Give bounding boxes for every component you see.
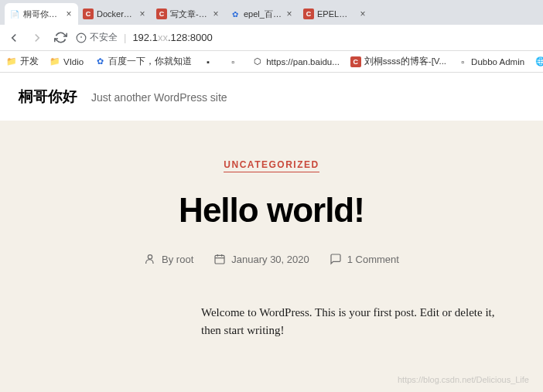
favicon-csdn: C — [156, 9, 167, 19]
bookmark-label: 百度一下，你就知道 — [108, 56, 192, 67]
url-text: 192.1xx.128:8000 — [132, 32, 212, 43]
url-separator: | — [124, 32, 126, 43]
calendar-icon — [213, 253, 226, 265]
meta-author[interactable]: By root — [144, 253, 193, 265]
favicon-csdn: C — [83, 9, 94, 19]
svg-rect-4 — [215, 255, 224, 264]
close-icon[interactable]: × — [358, 9, 367, 19]
bookmark-link[interactable]: ▫ Dubbo Admin — [457, 56, 524, 67]
csdn-icon: C — [350, 56, 361, 67]
bookmark-label: 开发 — [20, 56, 39, 67]
site-description: Just another WordPress site — [91, 91, 227, 104]
site-header: 桐哥你好 Just another WordPress site — [0, 73, 543, 121]
bookmark-folder[interactable]: 📁 开发 — [6, 56, 39, 67]
address-bar: 不安全 | 192.1xx.128:8000 — [0, 25, 543, 51]
tab-2[interactable]: C 写文章-CSDN × — [152, 3, 225, 25]
forward-button[interactable] — [29, 30, 45, 46]
page-icon: ▫ — [457, 56, 468, 67]
meta-comments[interactable]: 1 Comment — [330, 253, 399, 265]
back-button[interactable] — [6, 30, 22, 46]
favicon-wordpress: 📄 — [9, 9, 20, 19]
bookmark-link[interactable]: C 刘桐ssss的博客-[V... — [350, 56, 446, 67]
tab-strip: 📄 桐哥你好 – Ju × C Docker常用命 × C 写文章-CSDN ×… — [0, 0, 543, 25]
favicon-baidu: ✿ — [230, 9, 241, 19]
favicon-csdn: C — [303, 9, 314, 19]
close-icon[interactable]: × — [211, 9, 220, 19]
bookmark-label: 刘桐ssss的博客-[V... — [364, 56, 446, 67]
tab-label: Docker常用命 — [97, 9, 135, 20]
browser-chrome: 📄 桐哥你好 – Ju × C Docker常用命 × C 写文章-CSDN ×… — [0, 0, 543, 73]
author-text: By root — [162, 254, 193, 265]
category-link[interactable]: UNCATEGORIZED — [224, 159, 319, 172]
close-icon[interactable]: × — [285, 9, 294, 19]
bookmark-link[interactable]: ⬡ https://pan.baidu... — [252, 56, 340, 67]
bookmark-link[interactable]: 🌐 国家税务总局河北... — [535, 56, 543, 67]
tab-label: epel_百度搜索 — [244, 9, 282, 20]
close-icon[interactable]: × — [64, 9, 73, 19]
user-icon — [144, 253, 156, 265]
post-meta: By root January 30, 2020 1 Comment — [31, 253, 512, 265]
tab-4[interactable]: C EPEL源-是什 × — [299, 3, 372, 25]
tab-3[interactable]: ✿ epel_百度搜索 × — [225, 3, 299, 25]
bookmark-link[interactable]: ▫ — [227, 56, 241, 67]
url-area[interactable]: 不安全 | 192.1xx.128:8000 — [76, 31, 213, 44]
bookmarks-bar: 📁 开发 📁 VIdio ✿ 百度一下，你就知道 ▪ ▫ ⬡ https://p… — [0, 51, 543, 73]
link-icon: ⬡ — [252, 56, 263, 67]
site-title[interactable]: 桐哥你好 — [19, 87, 77, 107]
bookmark-link[interactable]: ✿ 百度一下，你就知道 — [94, 56, 192, 67]
bookmark-label: https://pan.baidu... — [266, 57, 340, 66]
baidu-icon: ✿ — [94, 56, 105, 67]
insecure-badge: 不安全 — [76, 31, 118, 44]
bookmark-label: Dubbo Admin — [471, 57, 524, 66]
close-icon[interactable]: × — [138, 9, 147, 19]
page-icon: ▫ — [227, 56, 238, 67]
post-body: Welcome to WordPress. This is your first… — [201, 304, 512, 340]
bookmark-link[interactable]: ▪ — [203, 56, 217, 67]
date-text: January 30, 2020 — [231, 254, 309, 265]
tab-label: 写文章-CSDN — [170, 9, 208, 20]
post-area: UNCATEGORIZED Hello world! By root Janua… — [0, 121, 543, 392]
tab-label: 桐哥你好 – Ju — [23, 9, 61, 20]
bookmark-folder[interactable]: 📁 VIdio — [50, 56, 84, 67]
comments-text: 1 Comment — [347, 254, 399, 265]
page-content: 桐哥你好 Just another WordPress site UNCATEG… — [0, 73, 543, 392]
folder-icon: 📁 — [6, 56, 17, 67]
globe-icon: 🌐 — [535, 56, 543, 67]
svg-point-3 — [148, 255, 152, 259]
folder-icon: 📁 — [50, 56, 60, 67]
tab-1[interactable]: C Docker常用命 × — [78, 3, 152, 25]
post-title[interactable]: Hello world! — [31, 191, 512, 230]
watermark: https://blog.csdn.net/Delicious_Life — [398, 375, 529, 384]
page-icon: ▪ — [203, 56, 213, 67]
reload-button[interactable] — [53, 30, 68, 46]
tab-label: EPEL源-是什 — [317, 9, 355, 20]
bookmark-label: VIdio — [63, 57, 84, 66]
insecure-label: 不安全 — [90, 31, 118, 44]
meta-date[interactable]: January 30, 2020 — [213, 253, 309, 265]
comment-icon — [330, 253, 342, 265]
tab-0[interactable]: 📄 桐哥你好 – Ju × — [5, 3, 78, 25]
